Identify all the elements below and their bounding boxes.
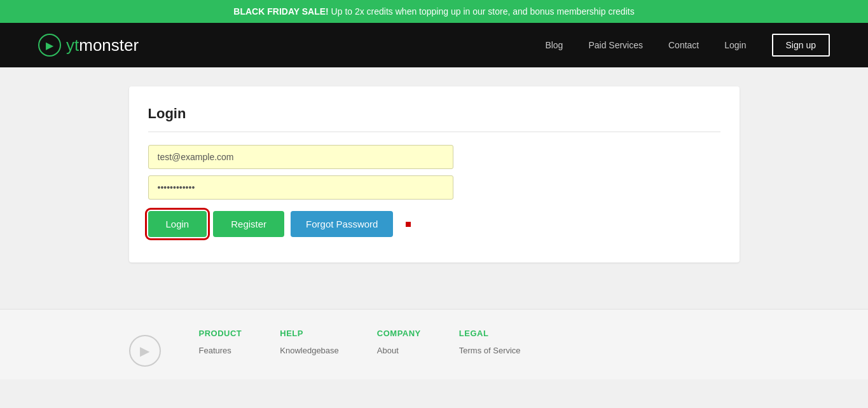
login-button[interactable]: Login (148, 211, 207, 237)
footer-company-heading: COMPANY (377, 329, 421, 338)
signup-button[interactable]: Sign up (772, 34, 830, 57)
nav-blog[interactable]: Blog (545, 40, 563, 50)
nav-paid-services[interactable]: Paid Services (588, 40, 643, 50)
main-content: Login Login Register Forgot Password (0, 67, 868, 309)
footer-help: HELP Knowledgebase (280, 329, 339, 359)
footer-knowledgebase-link[interactable]: Knowledgebase (280, 346, 339, 355)
footer-product-heading: PRODUCT (199, 329, 242, 338)
form-actions: Login Register Forgot Password (148, 211, 720, 237)
nav-contact[interactable]: Contact (668, 40, 699, 50)
footer-grid: ▶ PRODUCT Features HELP Knowledgebase CO… (129, 329, 740, 367)
footer-legal-heading: LEGAL (459, 329, 521, 338)
forgot-password-button[interactable]: Forgot Password (291, 211, 393, 237)
logo-yt: yt (66, 36, 79, 55)
site-header: ▶ ytmonster Blog Paid Services Contact L… (0, 23, 868, 67)
footer-product: PRODUCT Features (199, 329, 242, 359)
logo-text: ytmonster (66, 36, 139, 55)
footer-help-heading: HELP (280, 329, 339, 338)
error-indicator (406, 222, 411, 227)
footer-features-link[interactable]: Features (199, 346, 242, 355)
logo-link[interactable]: ▶ ytmonster (38, 34, 545, 57)
nav-login[interactable]: Login (724, 40, 746, 50)
email-input[interactable] (148, 145, 453, 169)
footer-tos-link[interactable]: Terms of Service (459, 346, 521, 355)
banner-text-bold: BLACK FRIDAY SALE! (233, 6, 328, 17)
login-title: Login (148, 105, 720, 132)
password-input[interactable] (148, 175, 453, 200)
banner-text-rest: Up to 2x credits when topping up in our … (329, 6, 635, 17)
main-nav: Blog Paid Services Contact Login Sign up (545, 34, 830, 57)
footer-about-link[interactable]: About (377, 346, 421, 355)
login-card: Login Login Register Forgot Password (129, 86, 740, 262)
footer-company: COMPANY About (377, 329, 421, 359)
footer-logo-icon: ▶ (129, 335, 161, 367)
promo-banner: BLACK FRIDAY SALE! Up to 2x credits when… (0, 0, 868, 23)
logo-icon: ▶ (38, 34, 61, 57)
password-field-group (148, 175, 720, 200)
register-button[interactable]: Register (213, 211, 284, 237)
email-field-group (148, 145, 720, 169)
logo-monster: monster (79, 36, 139, 55)
site-footer: ▶ PRODUCT Features HELP Knowledgebase CO… (0, 309, 868, 379)
footer-legal: LEGAL Terms of Service (459, 329, 521, 359)
